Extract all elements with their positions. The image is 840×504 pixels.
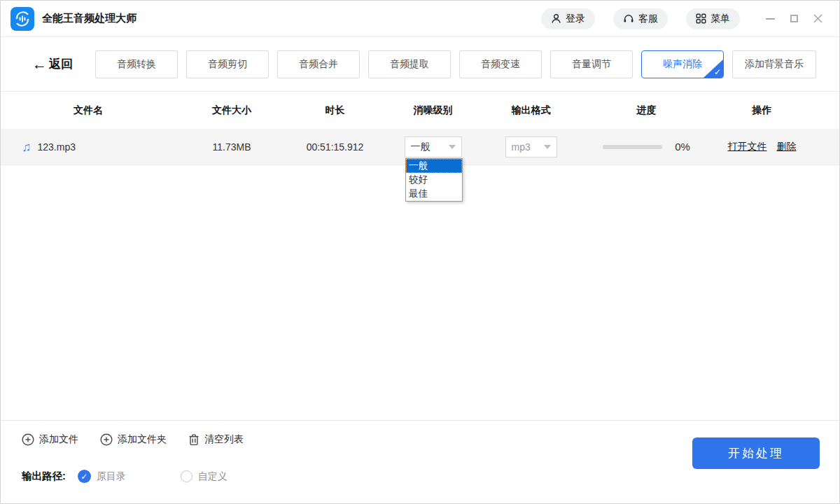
tab-audio-merge[interactable]: 音频合并 xyxy=(277,50,360,78)
support-button[interactable]: 客服 xyxy=(613,8,668,29)
output-path-row: 输出路径: ✓ 原目录 自定义 xyxy=(22,470,227,483)
radio-original-label: 原目录 xyxy=(97,470,126,483)
trash-icon xyxy=(188,433,200,446)
close-button[interactable] xyxy=(806,8,830,29)
app-window: 全能王音频处理大师 登录 xyxy=(0,0,840,504)
plus-circle-icon xyxy=(100,433,113,446)
actions-cell: 打开文件 删除 xyxy=(715,141,809,153)
function-nav: ← 返回 音频转换 音频剪切 音频合并 音频提取 音频变速 音量调节 噪声消除 … xyxy=(1,37,839,92)
open-file-link[interactable]: 打开文件 xyxy=(728,141,767,153)
header-progress: 进度 xyxy=(578,104,715,117)
progress-cell: 0% xyxy=(578,141,715,153)
tab-noise-removal[interactable]: 噪声消除 ✓ xyxy=(641,50,724,78)
tab-volume-adjust[interactable]: 音量调节 xyxy=(550,50,633,78)
menu-button[interactable]: 菜单 xyxy=(686,8,740,29)
tab-add-bgm[interactable]: 添加背景音乐 xyxy=(732,50,816,78)
maximize-icon xyxy=(790,15,798,22)
add-folder-button[interactable]: 添加文件夹 xyxy=(100,433,167,446)
header-filesize: 文件大小 xyxy=(176,104,288,117)
window-controls xyxy=(758,8,830,29)
noise-level-cell: 一般 xyxy=(382,136,484,158)
back-button[interactable]: ← 返回 xyxy=(32,56,73,73)
dropdown-option-normal[interactable]: 一般 xyxy=(406,159,462,173)
header-filename: 文件名 xyxy=(1,104,176,117)
header-actions: 操作 xyxy=(715,104,809,117)
login-label: 登录 xyxy=(566,13,585,25)
footer-panel: 添加文件 添加文件夹 清空列表 开始处理 输出路径: xyxy=(1,420,839,503)
header-format: 输出格式 xyxy=(484,104,578,117)
clear-list-label: 清空列表 xyxy=(204,433,244,446)
output-path-label: 输出路径: xyxy=(22,470,66,483)
noise-level-dropdown: 一般 较好 最佳 xyxy=(405,158,463,202)
titlebar-actions: 登录 客服 xyxy=(523,8,830,29)
login-button[interactable]: 登录 xyxy=(541,8,595,29)
dropdown-option-better[interactable]: 较好 xyxy=(406,173,462,187)
tab-audio-extract[interactable]: 音频提取 xyxy=(368,50,451,78)
menu-label: 菜单 xyxy=(710,13,730,25)
file-name: 123.mp3 xyxy=(38,141,76,153)
output-format-select[interactable]: mp3 xyxy=(505,136,557,158)
support-label: 客服 xyxy=(638,13,658,25)
app-title: 全能王音频处理大师 xyxy=(42,12,136,25)
output-format-value: mp3 xyxy=(512,141,531,153)
list-tools: 添加文件 添加文件夹 清空列表 xyxy=(22,433,244,446)
grid-menu-icon xyxy=(696,13,706,24)
radio-original-dir[interactable]: ✓ 原目录 xyxy=(78,470,126,483)
file-duration: 00:51:15.912 xyxy=(288,141,382,153)
music-note-icon: ♫ xyxy=(22,141,31,153)
header-noise-level: 消噪级别 xyxy=(382,104,484,117)
chevron-down-icon xyxy=(544,145,551,149)
radio-checked-icon: ✓ xyxy=(78,470,91,483)
back-label: 返回 xyxy=(49,56,73,72)
check-icon: ✓ xyxy=(714,67,721,77)
dropdown-option-best[interactable]: 最佳 xyxy=(406,187,462,201)
format-cell: mp3 xyxy=(484,136,578,158)
back-arrow-icon: ← xyxy=(32,56,47,73)
progress-percent: 0% xyxy=(675,141,690,153)
tab-audio-speed[interactable]: 音频变速 xyxy=(459,50,542,78)
tab-noise-removal-label: 噪声消除 xyxy=(663,58,702,71)
maximize-button[interactable] xyxy=(782,8,806,29)
close-icon xyxy=(813,13,823,24)
tab-audio-cut[interactable]: 音频剪切 xyxy=(186,50,269,78)
header-duration: 时长 xyxy=(288,104,382,117)
title-bar: 全能王音频处理大师 登录 xyxy=(1,1,839,37)
noise-level-value: 一般 xyxy=(411,141,430,153)
radio-unchecked-icon xyxy=(181,470,192,482)
clear-list-button[interactable]: 清空列表 xyxy=(188,433,244,446)
user-icon xyxy=(551,13,561,24)
headset-icon xyxy=(623,13,634,24)
minimize-button[interactable] xyxy=(758,8,782,29)
noise-level-select[interactable]: 一般 xyxy=(405,136,462,158)
tab-audio-convert[interactable]: 音频转换 xyxy=(95,50,178,78)
radio-custom-label: 自定义 xyxy=(198,470,227,483)
radio-custom-dir[interactable]: 自定义 xyxy=(181,470,227,483)
add-file-label: 添加文件 xyxy=(39,433,78,446)
table-header: 文件名 文件大小 时长 消噪级别 输出格式 进度 操作 xyxy=(1,92,839,129)
chevron-down-icon xyxy=(449,145,456,149)
minimize-icon xyxy=(766,18,775,20)
file-cell: ♫ 123.mp3 xyxy=(1,141,176,153)
add-file-button[interactable]: 添加文件 xyxy=(22,433,78,446)
file-size: 11.73MB xyxy=(176,141,288,153)
app-logo-icon xyxy=(10,7,34,31)
tab-list: 音频转换 音频剪切 音频合并 音频提取 音频变速 音量调节 噪声消除 ✓ 添加背… xyxy=(95,50,816,78)
add-folder-label: 添加文件夹 xyxy=(118,433,167,446)
delete-link[interactable]: 删除 xyxy=(777,141,797,153)
progress-bar xyxy=(603,145,662,149)
plus-circle-icon xyxy=(22,433,34,446)
start-processing-button[interactable]: 开始处理 xyxy=(692,438,820,469)
